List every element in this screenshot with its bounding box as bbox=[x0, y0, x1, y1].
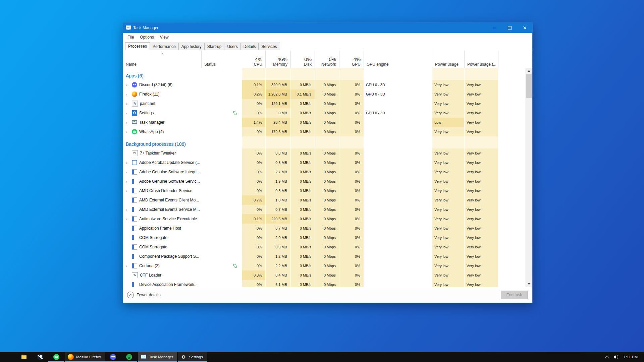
process-status-cell bbox=[202, 214, 242, 224]
column-header-name[interactable]: ^Name bbox=[123, 50, 202, 68]
cell-gpu: 0% bbox=[339, 177, 364, 186]
menu-view[interactable]: View bbox=[157, 34, 172, 41]
process-row-amd-external-events-service-m[interactable]: ›AMD External Events Service M...0%0.7 M… bbox=[123, 205, 525, 214]
scrollbar-thumb[interactable] bbox=[526, 74, 532, 98]
column-header-cpu[interactable]: 4%CPU bbox=[242, 50, 266, 68]
column-header-power_trend[interactable]: Power usage t... bbox=[465, 50, 498, 68]
process-row-component-package-support-s[interactable]: Component Package Support S...0%1.2 MB0 … bbox=[123, 252, 525, 261]
tab-start-up[interactable]: Start-up bbox=[204, 43, 225, 50]
cell-power-usage: Very low bbox=[432, 270, 465, 280]
process-row-paint-net[interactable]: ›✎paint.net0%129.1 MB0 MB/s0 Mbps0%Very … bbox=[123, 99, 525, 108]
process-row-discord-32-bit-6[interactable]: ›Discord (32 bit) (6)0.1%320.0 MB0 MB/s0… bbox=[123, 80, 525, 89]
expand-chevron-icon[interactable]: › bbox=[126, 120, 132, 125]
cell-cpu: 0% bbox=[242, 167, 266, 177]
taskbar-item-steam[interactable] bbox=[32, 352, 48, 362]
taskbar-clock[interactable]: 1:11 PM bbox=[624, 355, 638, 359]
minimize-button[interactable] bbox=[487, 23, 502, 33]
expand-chevron-icon[interactable]: › bbox=[126, 170, 132, 174]
expand-chevron-icon[interactable]: › bbox=[126, 217, 132, 221]
column-header-network[interactable]: 0%Network bbox=[315, 50, 339, 68]
tab-performance[interactable]: Performance bbox=[150, 43, 179, 50]
volume-icon[interactable] bbox=[613, 355, 619, 359]
process-row-application-frame-host[interactable]: Application Frame Host0%6.7 MB0 MB/s0 Mb… bbox=[123, 224, 525, 233]
cell-gpu-engine bbox=[364, 127, 432, 136]
start-button[interactable] bbox=[0, 352, 16, 362]
cell-gpu: 0% bbox=[339, 99, 364, 108]
taskbar-item-taskmgr[interactable]: Task Manager bbox=[138, 352, 177, 362]
column-header-memory[interactable]: 46%Memory bbox=[266, 50, 291, 68]
menu-options[interactable]: Options bbox=[137, 34, 157, 41]
winsvc-icon bbox=[132, 282, 137, 287]
tray-overflow-chevron-icon[interactable] bbox=[605, 356, 609, 360]
expand-chevron-icon[interactable]: › bbox=[126, 188, 132, 193]
column-header-gpu[interactable]: 4%GPU bbox=[339, 50, 364, 68]
tab-app-history[interactable]: App history bbox=[178, 43, 205, 50]
system-tray: 1:11 PM bbox=[606, 352, 644, 362]
tab-details[interactable]: Details bbox=[240, 43, 259, 50]
process-row-amd-crash-defender-service[interactable]: ›AMD Crash Defender Service0%0.8 MB0 MB/… bbox=[123, 186, 525, 195]
end-task-button[interactable]: End task bbox=[501, 291, 528, 299]
process-row-antimalware-service-executable[interactable]: ›Antimalware Service Executable0.1%220.6… bbox=[123, 214, 525, 224]
tab-services[interactable]: Services bbox=[258, 43, 280, 50]
tab-processes[interactable]: Processes bbox=[125, 42, 150, 50]
column-header-disk[interactable]: 0%Disk bbox=[291, 50, 315, 68]
process-row-com-surrogate[interactable]: COM Surrogate0%0.9 MB0 MB/s0 Mbps0%Very … bbox=[123, 242, 525, 252]
taskbar-item-settings[interactable]: ⚙Settings bbox=[178, 352, 207, 362]
process-row-7-taskbar-tweaker[interactable]: 7+7+ Taskbar Tweaker0%0.8 MB0 MB/s0 Mbps… bbox=[123, 148, 525, 158]
expand-chevron-icon[interactable]: › bbox=[126, 263, 132, 268]
process-row-adobe-acrobat-update-service[interactable]: ›Adobe Acrobat Update Service (...0%0.3 … bbox=[123, 158, 525, 167]
title-bar[interactable]: Task Manager × bbox=[123, 23, 532, 33]
close-button[interactable]: × bbox=[517, 23, 532, 33]
window-title: Task Manager bbox=[133, 25, 158, 30]
process-row-whatsapp-4[interactable]: ›☎WhatsApp (4)0%179.6 MB0 MB/s0 Mbps0%Ve… bbox=[123, 127, 525, 136]
taskbar-item-whatsapp[interactable]: ☎ bbox=[48, 352, 64, 362]
process-row-task-manager[interactable]: ›Task Manager1.4%26.4 MB0 MB/s0 Mbps0%Lo… bbox=[123, 118, 525, 127]
expand-chevron-icon[interactable]: › bbox=[126, 111, 132, 115]
process-row-adobe-genuine-software-integri[interactable]: ›Adobe Genuine Software Integri...0%2.7 … bbox=[123, 167, 525, 177]
process-name-cell: ›Cortana (2) bbox=[123, 261, 202, 270]
scroll-up-button[interactable] bbox=[525, 68, 532, 74]
taskbar-item-explorer[interactable] bbox=[16, 352, 32, 362]
expand-chevron-icon[interactable]: › bbox=[126, 101, 132, 106]
column-header-gpu_engine[interactable]: GPU engine bbox=[364, 50, 432, 68]
taskbar-item-firefox[interactable]: Mozilla Firefox bbox=[65, 352, 105, 362]
maximize-button[interactable] bbox=[502, 23, 517, 33]
vertical-scrollbar[interactable] bbox=[525, 68, 532, 287]
process-row-cortana-2[interactable]: ›Cortana (2)0%2.2 MB0 MB/s0 Mbps0%Very l… bbox=[123, 261, 525, 270]
cell-power-usage-trend: Very low bbox=[465, 214, 498, 224]
expand-chevron-icon[interactable]: › bbox=[126, 207, 132, 212]
cell-power-usage: Low bbox=[432, 118, 465, 127]
cell-memory: 179.6 MB bbox=[266, 127, 291, 136]
process-row-ctf-loader[interactable]: ✎CTF Loader0.3%8.4 MB0 MB/s0 Mbps0%Very … bbox=[123, 270, 525, 280]
menu-file[interactable]: File bbox=[124, 34, 137, 41]
cell-cpu: 0% bbox=[242, 261, 266, 270]
process-row-device-association-framework[interactable]: Device Association Framework...0%6.1 MB0… bbox=[123, 280, 525, 287]
tab-users[interactable]: Users bbox=[224, 43, 240, 50]
scroll-down-button[interactable] bbox=[525, 281, 532, 287]
section-row-background-processes-106[interactable]: Background processes (106) bbox=[123, 136, 525, 148]
cell-network: 0 Mbps bbox=[315, 108, 339, 118]
taskbar-item-discord[interactable] bbox=[105, 352, 121, 362]
process-row-amd-external-events-client-mo[interactable]: AMD External Events Client Mo...0.7%1.8 … bbox=[123, 195, 525, 205]
taskbar-item-spotify[interactable] bbox=[121, 352, 137, 362]
fewer-details-toggle[interactable]: Fewer details bbox=[127, 292, 160, 298]
cell-cpu: 0.1% bbox=[242, 214, 266, 224]
process-row-com-surrogate[interactable]: COM Surrogate0%2.0 MB0 MB/s0 Mbps0%Very … bbox=[123, 233, 525, 242]
process-row-settings[interactable]: ›⚙Settings0%0 MB0 MB/s0 Mbps0%GPU 0 - 3D… bbox=[123, 108, 525, 118]
taskbar-apps: ☎Mozilla FirefoxTask Manager⚙Settings bbox=[0, 352, 207, 362]
cell-gpu: 0% bbox=[339, 195, 364, 205]
column-header-power[interactable]: Power usage bbox=[432, 50, 465, 68]
cell-gpu: 0% bbox=[339, 242, 364, 252]
expand-chevron-icon[interactable]: › bbox=[126, 92, 132, 97]
process-row-firefox-11[interactable]: ›Firefox (11)0.2%1,262.6 MB0.1 MB/s0 Mbp… bbox=[123, 89, 525, 99]
section-power-cell bbox=[432, 68, 465, 80]
column-header-status[interactable]: Status bbox=[202, 50, 242, 68]
section-row-apps-6[interactable]: Apps (6) bbox=[123, 68, 525, 80]
process-row-adobe-genuine-software-servic[interactable]: ›Adobe Genuine Software Servic...0%1.9 M… bbox=[123, 177, 525, 186]
section-gpu-cell bbox=[339, 136, 364, 148]
cell-power-usage-trend: Very low bbox=[465, 242, 498, 252]
expand-chevron-icon[interactable]: › bbox=[126, 129, 132, 134]
expand-chevron-icon[interactable]: › bbox=[126, 160, 132, 165]
expand-chevron-icon[interactable]: › bbox=[126, 82, 132, 87]
expand-chevron-icon[interactable]: › bbox=[126, 179, 132, 184]
